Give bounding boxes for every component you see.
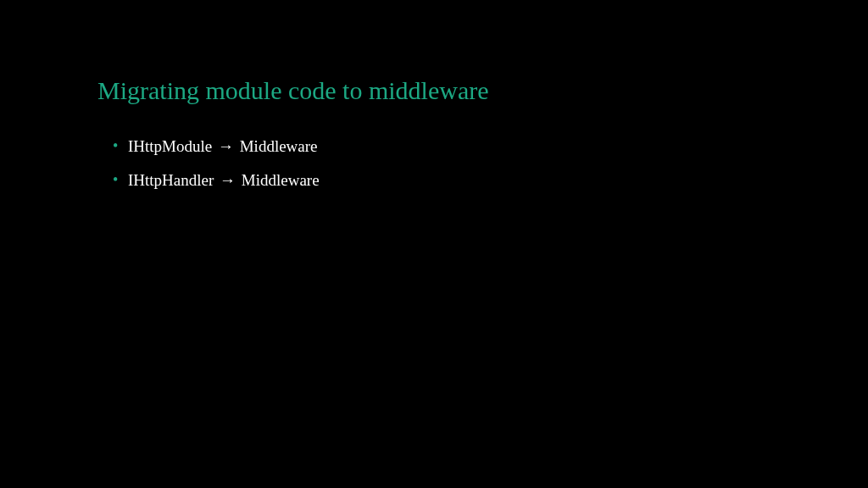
slide-title: Migrating module code to middleware xyxy=(97,76,771,105)
bullet-text-after: Middleware xyxy=(240,137,318,155)
bullet-text-after: Middleware xyxy=(242,171,320,189)
bullet-list: IHttpModule → Middleware IHttpHandler → … xyxy=(97,137,771,190)
arrow-icon: → xyxy=(218,137,234,156)
slide-container: Migrating module code to middleware IHtt… xyxy=(0,0,868,488)
list-item: IHttpHandler → Middleware xyxy=(113,171,771,190)
list-item: IHttpModule → Middleware xyxy=(113,137,771,156)
bullet-text-before: IHttpModule xyxy=(128,137,212,155)
bullet-text-before: IHttpHandler xyxy=(128,171,214,189)
arrow-icon: → xyxy=(220,171,236,190)
